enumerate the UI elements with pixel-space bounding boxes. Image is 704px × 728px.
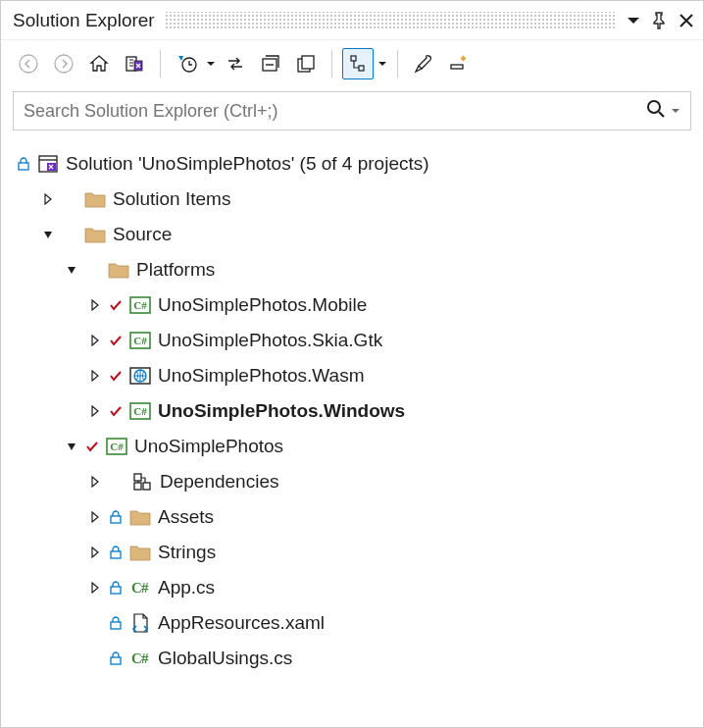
tree-item-main-project[interactable]: C# UnoSimplePhotos [17,429,695,464]
solution-label: Solution 'UnoSimplePhotos' (5 of 4 proje… [66,153,429,175]
csharp-project-icon: C# [128,399,152,423]
window-options-dropdown-icon[interactable] [627,14,640,27]
separator [397,50,398,78]
tree-item-skia[interactable]: C# UnoSimplePhotos.Skia.Gtk [17,323,695,358]
xaml-file-icon [128,611,152,635]
folder-icon [83,223,107,246]
tree-item-dependencies[interactable]: Dependencies [17,464,695,499]
check-icon [109,370,123,382]
forward-button[interactable] [48,48,79,79]
svg-rect-9 [359,66,364,71]
svg-text:C#: C# [133,405,147,417]
panel-title: Solution Explorer [13,10,155,31]
separator [160,50,161,78]
csharp-project-icon: C# [128,329,152,352]
home-button[interactable] [83,48,115,79]
svg-text:#: # [141,580,149,596]
tree-item-wasm[interactable]: UnoSimplePhotos.Wasm [17,358,695,393]
search-input[interactable] [24,101,645,122]
chevron-right-icon[interactable] [87,474,103,490]
search-bar[interactable] [13,91,691,130]
svg-point-1 [55,55,73,73]
chevron-right-icon[interactable] [40,191,56,207]
chevron-right-icon[interactable] [87,580,103,596]
csharp-project-icon: C# [105,435,128,458]
node-label: Strings [158,542,216,563]
svg-rect-33 [111,622,121,629]
pin-icon[interactable] [650,12,668,29]
tree-item-app-resources[interactable]: AppResources.xaml [17,605,695,641]
tree-item-solution-items[interactable]: Solution Items [17,182,695,217]
solution-node[interactable]: Solution 'UnoSimplePhotos' (5 of 4 proje… [17,146,695,182]
svg-rect-26 [143,483,150,490]
show-all-files-button[interactable] [290,48,322,79]
lock-icon [109,510,123,524]
chevron-right-icon[interactable] [87,545,103,560]
svg-point-0 [20,55,37,73]
chevron-right-icon[interactable] [87,297,103,313]
sync-button[interactable] [220,48,251,79]
csharp-file-icon: C# [128,576,152,599]
lock-icon [109,616,123,630]
tree-item-assets[interactable]: Assets [17,499,695,535]
svg-rect-29 [111,551,121,558]
track-dropdown-icon[interactable] [377,59,387,69]
svg-rect-10 [451,65,463,69]
search-options-dropdown-icon[interactable] [671,101,680,121]
chevron-right-icon[interactable] [87,509,103,525]
svg-text:C#: C# [133,299,147,311]
node-label: UnoSimplePhotos.Wasm [158,365,364,387]
folder-icon [128,505,152,529]
close-icon[interactable] [678,12,695,29]
tree-item-strings[interactable]: Strings [17,535,695,570]
pending-changes-filter-button[interactable] [171,48,202,79]
tree-item-mobile[interactable]: C# UnoSimplePhotos.Mobile [17,287,695,323]
tree-item-source[interactable]: Source [17,217,695,252]
node-label: App.cs [158,577,215,598]
grip-dots[interactable] [165,12,617,29]
chevron-right-icon[interactable] [87,333,103,348]
chevron-right-icon[interactable] [87,368,103,384]
chevron-down-icon[interactable] [40,227,56,242]
lock-icon [109,651,123,665]
search-icon[interactable] [645,98,667,125]
node-label: Platforms [136,259,215,281]
svg-rect-34 [111,657,121,664]
titlebar: Solution Explorer [1,1,703,40]
node-label: UnoSimplePhotos.Skia.Gtk [158,330,382,351]
lock-icon [109,546,123,559]
svg-rect-7 [302,56,314,69]
lock-icon [109,581,123,595]
chevron-down-icon[interactable] [64,439,79,454]
svg-rect-12 [19,163,28,170]
tree-item-windows[interactable]: C# UnoSimplePhotos.Windows [17,393,695,429]
preview-button[interactable] [443,48,475,79]
node-label: UnoSimplePhotos.Mobile [158,294,367,316]
solution-tree: Solution 'UnoSimplePhotos' (5 of 4 proje… [1,138,703,727]
tree-item-platforms[interactable]: Platforms [17,252,695,287]
switch-views-button[interactable] [119,48,150,79]
dependencies-icon [130,470,154,494]
csharp-project-icon: C# [128,293,152,317]
svg-text:C#: C# [110,441,124,452]
node-label: UnoSimplePhotos [134,436,283,457]
folder-icon [83,187,107,211]
folder-icon [128,541,152,564]
check-icon [109,405,123,417]
chevron-down-icon[interactable] [64,262,79,278]
csharp-file-icon: C# [128,647,152,670]
tree-item-global-usings[interactable]: C# GlobalUsings.cs [17,641,695,676]
filter-dropdown-icon[interactable] [206,59,216,69]
svg-text:#: # [141,650,149,666]
track-active-item-button[interactable] [342,48,374,79]
web-project-icon [128,364,152,388]
solution-icon [36,152,60,176]
tree-item-app-cs[interactable]: C# App.cs [17,570,695,605]
svg-point-11 [648,101,660,113]
collapse-all-button[interactable] [255,48,286,79]
back-button[interactable] [13,48,44,79]
lock-icon [17,157,30,171]
chevron-right-icon[interactable] [87,403,103,419]
properties-button[interactable] [408,48,439,79]
check-icon [109,299,123,311]
